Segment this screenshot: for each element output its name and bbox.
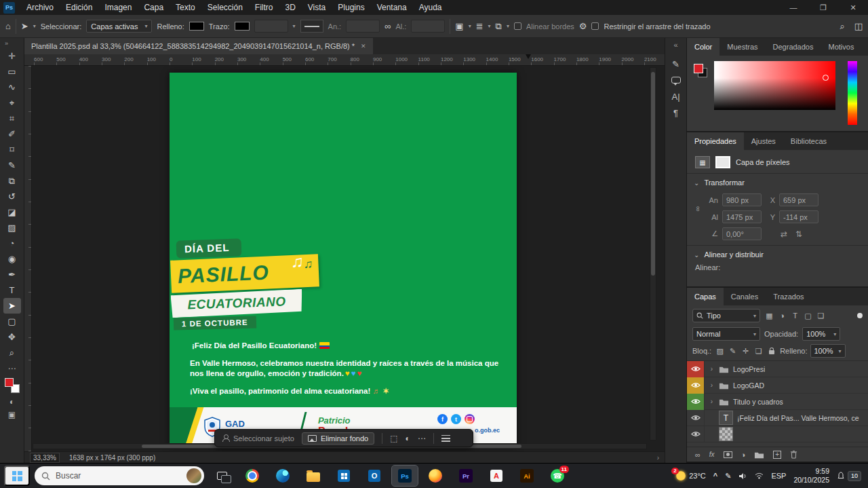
panel-tab[interactable]: Degradados xyxy=(766,38,821,56)
clone-stamp-tool[interactable]: ⧉ xyxy=(3,173,21,189)
seleccionar-dropdown[interactable]: Capas activas ▾ xyxy=(86,20,152,33)
x-field[interactable]: 659 px xyxy=(779,193,818,206)
notification-center[interactable]: 10 xyxy=(837,471,861,481)
stroke-swatch[interactable] xyxy=(235,22,250,31)
stroke-width-field[interactable] xyxy=(254,20,288,33)
height-field[interactable]: 1475 px xyxy=(722,210,762,223)
align-section-header[interactable]: ⌄ Alinear y distribuir xyxy=(687,246,868,262)
link-dimensions-icon[interactable]: ∞ xyxy=(694,206,703,212)
panel-tab[interactable]: Canales xyxy=(724,288,766,305)
collapse-panels-icon[interactable]: « xyxy=(673,41,677,49)
brush-tool[interactable]: ✎ xyxy=(3,157,21,173)
saturation-brightness-field[interactable] xyxy=(714,61,835,110)
menu-item[interactable]: Plugins xyxy=(332,0,370,15)
close-button[interactable]: ✕ xyxy=(838,0,868,15)
taskbar-app-outlook[interactable]: O xyxy=(361,466,387,486)
smart-object-filter-icon[interactable]: ❏ xyxy=(815,310,827,322)
width-field[interactable]: 980 px xyxy=(722,193,762,206)
layer-visibility-icon[interactable] xyxy=(687,361,705,377)
taskbar-app-acrobat[interactable]: A xyxy=(484,466,509,486)
taskbar-app-firefox[interactable] xyxy=(422,466,448,486)
home-icon[interactable]: ⌂ xyxy=(5,21,11,31)
layer-row[interactable]: ›LogoPresi xyxy=(687,361,868,377)
panel-tab[interactable]: Muestras xyxy=(719,38,765,56)
close-tab-icon[interactable]: ✕ xyxy=(361,43,366,50)
foreground-color-swatch[interactable] xyxy=(5,378,14,387)
menu-item[interactable]: Archivo xyxy=(20,0,60,15)
flip-vertical-icon[interactable]: ⇅ xyxy=(795,229,802,239)
eyedropper-tool[interactable]: ✐ xyxy=(3,126,21,142)
hidden-icons-chevron[interactable]: ^ xyxy=(713,472,717,480)
gear-icon[interactable]: ⚙ xyxy=(579,21,587,31)
panel-tab[interactable]: Trazados xyxy=(766,288,811,305)
hand-tool[interactable]: ✥ xyxy=(3,329,21,345)
new-group-icon[interactable] xyxy=(754,451,764,459)
wifi-icon[interactable] xyxy=(755,472,764,479)
eraser-tool[interactable]: ◪ xyxy=(3,204,21,220)
layer-row[interactable] xyxy=(687,426,868,443)
blur-tool[interactable]: ◔ xyxy=(3,236,21,251)
start-button[interactable] xyxy=(4,466,30,486)
language-indicator[interactable]: ESP xyxy=(771,472,786,480)
pen-tray-icon[interactable]: ✎ xyxy=(725,472,731,481)
layer-thumbnail[interactable] xyxy=(719,427,733,441)
remove-background-button[interactable]: Eliminar fondo xyxy=(302,432,374,445)
paragraph-panel-icon[interactable]: ¶ xyxy=(668,105,684,121)
status-arrow-icon[interactable]: › xyxy=(657,454,659,462)
panel-tab[interactable]: Ajustes xyxy=(744,132,783,150)
chevron-down-icon[interactable]: ▾ xyxy=(293,23,296,29)
blend-mode-dropdown[interactable]: Normal ▾ xyxy=(692,327,760,341)
adjustment-layer-icon[interactable]: ◑ xyxy=(741,451,746,459)
taskbar-app-chrome[interactable] xyxy=(239,466,265,486)
lock-transparency-icon[interactable]: ▨ xyxy=(714,345,726,357)
character-panel-icon[interactable]: A| xyxy=(668,88,684,105)
opacity-field[interactable]: 100% ▾ xyxy=(802,327,840,341)
zoom-level-field[interactable]: 33,33% xyxy=(30,453,60,463)
vertical-scrollbar[interactable] xyxy=(650,67,656,440)
path-alignment-icon[interactable]: ≣ xyxy=(476,21,484,31)
maximize-button[interactable]: ❐ xyxy=(808,0,838,15)
object-selection-tool[interactable]: ⌖ xyxy=(3,95,21,111)
more-options-icon[interactable]: ⋯ xyxy=(418,434,426,443)
layer-name[interactable]: LogoGAD xyxy=(733,381,764,390)
hue-slider[interactable] xyxy=(848,61,857,125)
flip-horizontal-icon[interactable]: ⇄ xyxy=(781,229,787,239)
fill-swatch[interactable] xyxy=(189,22,204,31)
lock-position-icon[interactable]: ✛ xyxy=(740,345,751,357)
transform-section-header[interactable]: ⌄ Transformar xyxy=(687,174,868,190)
filter-toggle-icon[interactable] xyxy=(857,313,863,318)
layer-visibility-icon[interactable] xyxy=(687,410,705,426)
crop-tool[interactable]: ⌗ xyxy=(3,111,21,126)
workspace-layout-icon[interactable]: ◫ xyxy=(854,21,863,31)
move-tool[interactable]: ✛ xyxy=(3,48,21,64)
chevron-down-icon[interactable]: ▾ xyxy=(33,23,36,29)
link-layers-icon[interactable]: ∞ xyxy=(695,451,701,459)
link-dimensions-icon[interactable]: ∞ xyxy=(384,21,391,31)
document-tab[interactable]: Plantilla 2025.psd al 33,3% (504664122_5… xyxy=(24,38,373,54)
layer-visibility-icon[interactable] xyxy=(687,426,705,443)
poster-canvas[interactable]: DÍA DEL PASILLO ♫♫ ECUATORIANO 1 DE OCTU… xyxy=(170,73,517,447)
history-brush-tool[interactable]: ↺ xyxy=(3,189,21,204)
menu-item[interactable]: Filtro xyxy=(249,0,279,15)
layer-name[interactable]: LogoPresi xyxy=(733,365,765,373)
lock-artboard-icon[interactable]: ❏ xyxy=(753,345,764,357)
healing-brush-tool[interactable]: ⌑ xyxy=(3,142,21,157)
dodge-tool[interactable]: ◉ xyxy=(3,251,21,267)
path-selection-tool[interactable]: ➤ xyxy=(3,298,21,314)
taskbar-app-file-explorer[interactable] xyxy=(300,466,326,486)
clock[interactable]: 9:59 20/10/2025 xyxy=(793,467,829,484)
menu-item[interactable]: Texto xyxy=(170,0,201,15)
panel-tab[interactable]: Capas xyxy=(687,288,724,305)
expand-tools-icon[interactable]: » xyxy=(0,38,8,48)
color-picker-cursor[interactable] xyxy=(823,75,829,81)
type-tool[interactable]: T xyxy=(3,282,21,298)
adjustment-filter-icon[interactable]: ◑ xyxy=(776,310,788,322)
gradient-tool[interactable]: ▨ xyxy=(3,220,21,236)
delete-layer-icon[interactable] xyxy=(790,450,797,459)
menu-item[interactable]: Selección xyxy=(201,0,249,15)
taskbar-app-task-view[interactable] xyxy=(209,466,235,486)
minimize-button[interactable]: — xyxy=(778,0,808,15)
menu-item[interactable]: Vista xyxy=(302,0,332,15)
lock-pixels-icon[interactable]: ✎ xyxy=(727,345,738,357)
taskbar-search[interactable]: Buscar xyxy=(35,466,204,485)
